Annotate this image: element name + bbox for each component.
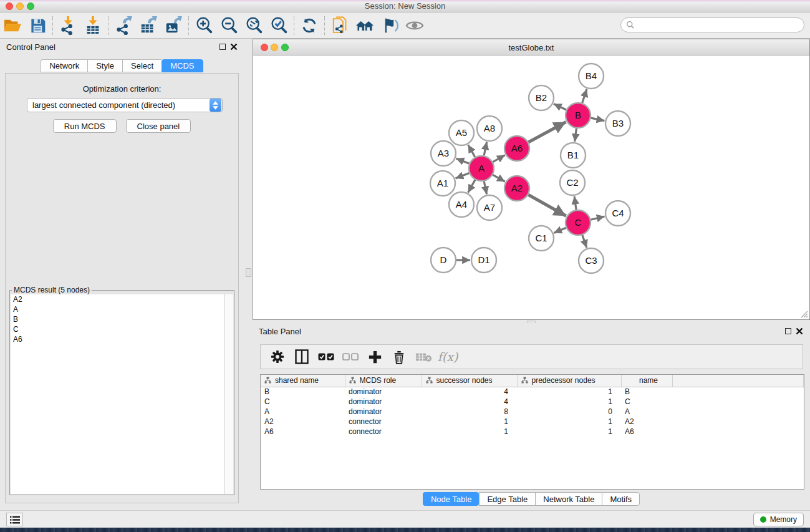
close-panel-icon[interactable] <box>230 43 238 51</box>
home-network-button[interactable] <box>352 15 377 36</box>
memory-button[interactable]: Memory <box>753 513 804 526</box>
selected-option: largest connected component (directed) <box>27 100 210 110</box>
zoom-in-button[interactable] <box>191 15 216 36</box>
new-network-from-file-button[interactable] <box>327 15 352 36</box>
toolbar-separator <box>108 16 108 35</box>
node-label: A3 <box>438 148 449 158</box>
table-row[interactable]: A2connector11A2 <box>261 417 804 427</box>
zoom-out-button[interactable] <box>216 15 241 36</box>
fx-icon: f(x) <box>438 350 458 364</box>
resize-grip-icon[interactable] <box>800 310 808 318</box>
close-panel-icon[interactable] <box>796 327 803 335</box>
table-row[interactable]: Cdominator41C <box>261 397 804 407</box>
column-header[interactable]: name <box>621 375 672 387</box>
edge-A6-B[interactable] <box>528 122 566 142</box>
column-header[interactable]: shared name <box>261 375 345 387</box>
edge-A2-C[interactable] <box>528 195 566 216</box>
mcds-result-item[interactable]: A <box>11 304 233 314</box>
mcds-tab-content: Optimization criterion: largest connecte… <box>5 73 239 503</box>
tab-network-table[interactable]: Network Table <box>535 492 602 506</box>
network-canvas[interactable]: B4B2BB3A8A5A6A3B1AC2A1A2A4A7C4CC1C3DD1 <box>253 56 809 319</box>
zoom-fit-button[interactable] <box>241 15 266 36</box>
zoom-selected-button[interactable] <box>266 15 291 36</box>
show-graphics-button[interactable] <box>402 15 427 36</box>
export-network-button[interactable] <box>111 15 136 36</box>
edge-C-C4[interactable] <box>591 216 604 220</box>
refresh-button[interactable] <box>297 15 322 36</box>
table-row[interactable]: A6connector11A6 <box>261 427 804 437</box>
hierarchy-icon <box>521 376 532 385</box>
delete-column-button[interactable] <box>390 347 408 366</box>
tab-node-table[interactable]: Node Table <box>423 492 480 506</box>
tab-select[interactable]: Select <box>122 59 162 72</box>
edge-B-B2[interactable] <box>554 104 566 110</box>
unselect-all-button[interactable] <box>341 347 360 366</box>
edge-A-A3[interactable] <box>456 158 469 163</box>
float-panel-icon[interactable] <box>785 328 791 334</box>
node-label: A6 <box>511 143 523 153</box>
hide-graphics-button[interactable] <box>377 15 402 36</box>
edge-B-B4[interactable] <box>582 89 587 103</box>
save-session-button[interactable] <box>25 15 50 36</box>
delete-table-button[interactable] <box>414 347 433 366</box>
function-builder-button[interactable]: f(x) <box>438 347 457 366</box>
edge-B-B1[interactable] <box>575 128 577 142</box>
export-table-button[interactable] <box>136 15 161 36</box>
import-network-button[interactable] <box>55 15 80 36</box>
tab-edge-table[interactable]: Edge Table <box>479 492 535 506</box>
tab-style[interactable]: Style <box>87 59 122 72</box>
export-image-button[interactable] <box>161 15 186 36</box>
edge-C-C3[interactable] <box>582 235 587 248</box>
edge-C-C1[interactable] <box>554 228 566 233</box>
edge-A-A2[interactable] <box>493 175 505 181</box>
float-panel-icon[interactable] <box>219 44 226 50</box>
vertical-splitter-handle[interactable] <box>246 268 251 277</box>
mcds-result-item[interactable]: A6 <box>11 334 233 344</box>
import-network-icon <box>59 16 77 35</box>
create-column-button[interactable] <box>365 347 384 366</box>
column-header[interactable]: predecessor nodes <box>517 375 621 387</box>
save-icon <box>29 17 46 34</box>
edge-C-C2[interactable] <box>574 196 576 210</box>
run-mcds-button[interactable]: Run MCDS <box>53 119 117 133</box>
table-row[interactable]: Adominator80A <box>261 407 804 417</box>
node-label: B3 <box>612 118 624 128</box>
mcds-result-item[interactable]: C <box>11 324 233 334</box>
network-window-title: testGlobe.txt <box>253 43 809 52</box>
search-box <box>620 17 804 32</box>
tab-mcds[interactable]: MCDS <box>162 59 203 72</box>
hierarchy-icon <box>264 376 275 385</box>
import-table-button[interactable] <box>80 15 105 36</box>
node-label: B1 <box>567 150 579 160</box>
close-panel-button[interactable]: Close panel <box>126 119 191 133</box>
mcds-result-item[interactable]: B <box>11 314 233 324</box>
node-label: C3 <box>585 255 597 266</box>
select-stepper-icon <box>210 99 221 112</box>
import-table-icon <box>84 16 102 35</box>
table-row[interactable]: Bdominator41B <box>261 387 804 397</box>
result-scrollbar[interactable] <box>224 294 233 494</box>
edge-A-A5[interactable] <box>468 145 475 157</box>
tab-network[interactable]: Network <box>41 59 87 72</box>
edge-A-A8[interactable] <box>484 142 486 156</box>
optimization-criterion-select[interactable]: largest connected component (directed) <box>27 98 223 112</box>
search-input[interactable] <box>635 19 804 31</box>
table-settings-button[interactable] <box>268 347 287 366</box>
node-label: A7 <box>484 202 495 213</box>
edge-A-A6[interactable] <box>493 155 505 162</box>
node-label: C <box>575 217 582 228</box>
open-session-button[interactable] <box>0 15 25 36</box>
edge-A-A1[interactable] <box>456 173 470 178</box>
column-header[interactable]: successor nodes <box>422 375 517 387</box>
show-column-button[interactable] <box>292 347 311 366</box>
desktop-wallpaper <box>0 528 810 532</box>
column-header[interactable]: MCDS role <box>345 375 422 387</box>
mcds-result-item[interactable]: A2 <box>11 294 233 304</box>
status-bar: Memory <box>0 510 810 528</box>
task-history-button[interactable] <box>6 513 23 526</box>
edge-A-A7[interactable] <box>484 181 486 195</box>
edge-B-B3[interactable] <box>591 118 605 120</box>
edge-A-A4[interactable] <box>468 180 475 192</box>
select-all-button[interactable] <box>317 347 335 366</box>
tab-motifs[interactable]: Motifs <box>602 492 640 506</box>
